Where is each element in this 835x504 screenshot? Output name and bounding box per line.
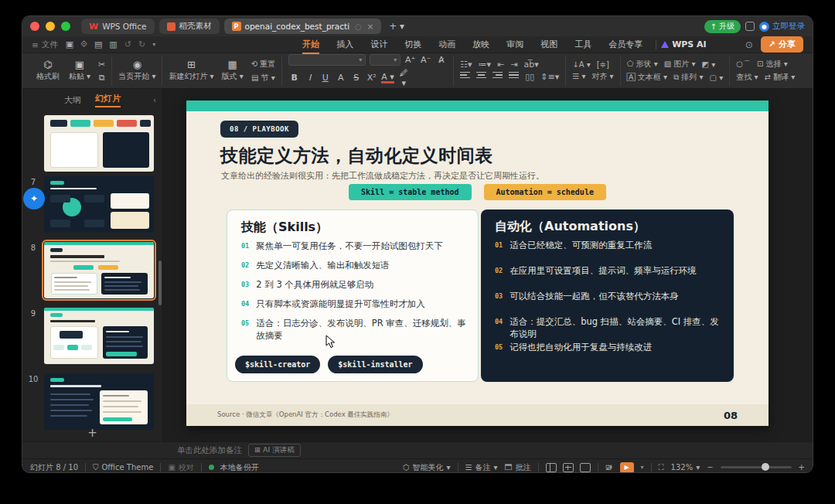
proofread-button[interactable]: ▣ 校对 <box>168 462 193 473</box>
copy-icon[interactable]: ⧉ <box>99 73 105 83</box>
menu-design[interactable]: 设计 <box>362 36 396 53</box>
skills-panel[interactable]: 技能（Skills） 01 聚焦单一可复用任务，不要一开始试图包打天下 02 先… <box>227 209 479 382</box>
columns-icon[interactable]: ▯▯ <box>525 72 534 82</box>
font-name-select[interactable]: ▾ <box>288 54 366 66</box>
print-icon[interactable]: ▤ <box>94 39 102 49</box>
menu-tools[interactable]: 工具 <box>566 36 600 53</box>
save-icon[interactable]: ▣ <box>66 39 73 49</box>
print-preview-icon[interactable]: ▥ <box>109 39 117 49</box>
layout-toggle-icon[interactable] <box>745 22 755 31</box>
fill-color-icon[interactable]: ◩ ▾ <box>702 60 716 69</box>
layout-button[interactable]: ▦ 版式 ▾ <box>220 60 246 82</box>
upload-cloud-icon[interactable]: ⊙ <box>745 39 753 50</box>
collapse-sidebar-icon[interactable]: ‹ <box>153 96 156 104</box>
export-icon[interactable]: ⟐ <box>80 39 87 49</box>
local-backup-status[interactable]: 本地备份开 <box>209 462 259 473</box>
add-slide-button[interactable]: + <box>22 426 162 440</box>
numbered-list-icon[interactable]: ≔▾ <box>479 60 492 70</box>
redo-icon[interactable]: ↻ <box>138 39 145 49</box>
menu-wps-ai[interactable]: WPS AI <box>661 39 707 49</box>
align-objects-button[interactable]: 对齐 ▾ <box>591 71 613 82</box>
slide-thumbnail-6[interactable] <box>22 115 158 172</box>
ai-assistant-button[interactable]: ✦ <box>23 188 45 209</box>
presenter-view-icon[interactable]: 🖳 <box>605 463 613 472</box>
strikethrough-button[interactable]: S <box>350 73 362 83</box>
justify-icon[interactable] <box>509 72 519 82</box>
menu-insert[interactable]: 插入 <box>328 36 362 53</box>
arrange-button[interactable]: ⧉ 排列 ▾ <box>673 72 704 83</box>
skill-pill[interactable]: Skill = stable method <box>349 184 471 200</box>
paragraph-spacing-icon[interactable]: ☰ ▾ <box>572 72 585 80</box>
align-center-icon[interactable] <box>476 72 486 82</box>
menu-animation[interactable]: 动画 <box>430 36 464 53</box>
close-tab-icon[interactable]: × <box>367 22 373 31</box>
select-button[interactable]: ⊡ 选择 ▾ <box>757 59 788 70</box>
zoom-level[interactable]: 132% ▾ <box>671 463 700 472</box>
undo-icon[interactable]: ↺ <box>124 39 131 49</box>
outline-color-icon[interactable]: ▢ ▾ <box>710 73 724 82</box>
align-right-icon[interactable] <box>492 72 503 82</box>
line-spacing-icon[interactable]: ⇕≡▾ <box>540 72 559 82</box>
font-color-button[interactable]: A ▾ <box>381 73 394 83</box>
shapes-button[interactable]: ⬠ 形状 ▾ <box>627 59 658 70</box>
comments-button[interactable]: 🗖 批注 <box>505 462 531 473</box>
text-direction-icon[interactable]: ab̅▾ <box>524 60 539 70</box>
increase-indent-icon[interactable]: ⇥ <box>510 60 517 70</box>
menu-view[interactable]: 视图 <box>532 36 566 53</box>
tab-current-document[interactable]: P openai_codex_best_practi ◌ × <box>224 19 382 34</box>
quickbar-dropdown-icon[interactable]: ▾ <box>152 41 155 48</box>
paste-button[interactable]: ▣ 粘贴 ▾ <box>66 60 93 82</box>
minimize-window-button[interactable] <box>46 22 55 31</box>
decrease-font-icon[interactable]: A⁻ <box>420 55 431 65</box>
find-button[interactable]: 查找 ▾ <box>736 72 758 83</box>
textbox-button[interactable]: 🄰 文本框 ▾ <box>627 72 667 83</box>
play-slideshow-button[interactable]: ▶ <box>620 462 634 473</box>
automations-panel[interactable]: 自动化（Automations） 01 适合已经稳定、可预测的重复工作流 02 … <box>481 209 734 382</box>
autofit-icon[interactable]: [≑] <box>597 60 609 69</box>
slide-thumbnail-8-selected[interactable]: 8 <box>22 242 158 298</box>
menu-membership[interactable]: 会员专享 <box>600 36 651 53</box>
cut-icon[interactable]: ✂ <box>98 60 105 70</box>
bullet-list-icon[interactable]: ☷▾ <box>460 60 472 70</box>
zoom-slider-handle[interactable] <box>762 463 769 471</box>
file-menu[interactable]: ≡ 文件 <box>32 39 58 50</box>
increase-font-icon[interactable]: A⁺ <box>404 55 416 65</box>
clear-format-icon[interactable]: A̷ <box>435 55 447 65</box>
ai-speech-button[interactable]: ⊞ AI 演讲稿 <box>248 444 301 457</box>
slide-subtitle[interactable]: 文章给出的经验法则很实用：先把工作流做成稳定方法，再决定是否让它周期性运行。 <box>221 170 544 182</box>
translate-button[interactable]: ⇄ 翻译 ▾ <box>764 72 795 83</box>
login-button[interactable]: ● 立即登录 <box>759 21 805 32</box>
format-painter-button[interactable]: ⌬ 格式刷 <box>35 60 61 82</box>
font-size-select[interactable]: ▾ <box>370 54 400 66</box>
section-button[interactable]: ▤ 节 ▾ <box>251 73 275 83</box>
slide-8[interactable]: 08 / PLAYBOOK 技能定义方法，自动化定义时间表 文章给出的经验法则很… <box>186 100 769 426</box>
reset-button[interactable]: ⟲ 重置 <box>251 59 276 70</box>
theme-button[interactable]: ⛉ Office Theme <box>93 463 153 472</box>
share-button[interactable]: ↗ 分享 <box>761 36 803 53</box>
new-slide-button[interactable]: ⊞ 新建幻灯片 ▾ <box>169 60 213 82</box>
menu-slideshow[interactable]: 放映 <box>464 36 498 53</box>
new-tab-button[interactable]: + ▾ <box>389 21 404 32</box>
close-window-button[interactable] <box>30 22 39 31</box>
menu-transition[interactable]: 切换 <box>396 36 430 53</box>
slide-sorter-view-icon[interactable] <box>563 463 574 472</box>
underline-button[interactable]: U <box>319 73 331 83</box>
automation-pill[interactable]: Automation = schedule <box>484 184 606 200</box>
slide-thumbnail-10[interactable]: 10 <box>22 373 158 430</box>
slide-badge[interactable]: 08 / PLAYBOOK <box>220 121 298 138</box>
align-left-icon[interactable] <box>460 72 470 82</box>
play-options-icon[interactable]: ▾ <box>641 464 644 471</box>
decrease-indent-icon[interactable]: ⇤ <box>497 60 504 70</box>
menu-home[interactable]: 开始 <box>294 36 328 53</box>
bold-button[interactable]: B <box>288 73 300 83</box>
slide-thumbnail-9[interactable]: 9 <box>22 308 158 364</box>
zoom-slider[interactable] <box>721 466 792 468</box>
notes-placeholder[interactable]: 单击此处添加备注 <box>177 445 242 456</box>
highlight-color-button[interactable]: 🖉▾ <box>398 68 410 88</box>
tab-wps-office[interactable]: W WPS Office <box>81 19 155 34</box>
zoom-window-button[interactable] <box>61 22 70 31</box>
picture-button[interactable]: ▧ 图片 ▾ <box>664 59 696 70</box>
normal-view-icon[interactable] <box>546 463 557 472</box>
italic-button[interactable]: I <box>304 73 315 83</box>
fit-slide-icon[interactable]: ⛶ <box>659 463 664 472</box>
